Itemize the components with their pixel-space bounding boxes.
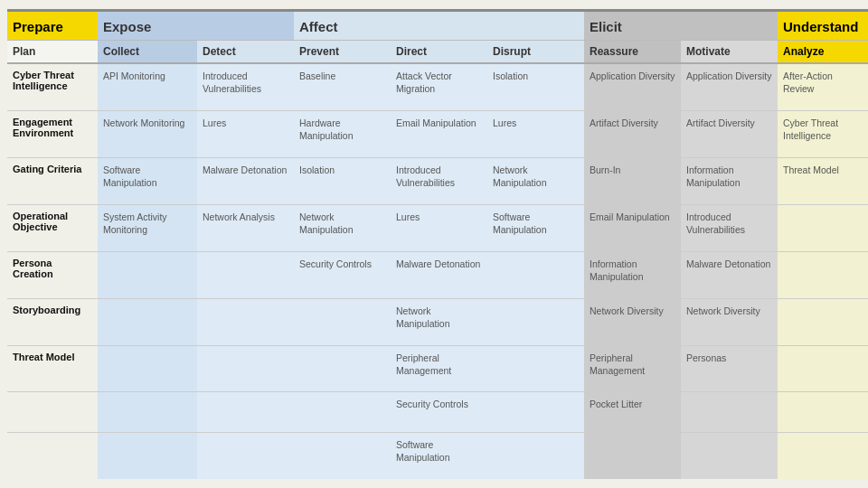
phase-prepare: Prepare	[7, 9, 98, 40]
cell-analyze-8	[778, 432, 868, 479]
cell-analyze-2: Threat Model	[778, 157, 868, 204]
phase-expose: Expose	[98, 9, 294, 40]
cell-disrupt-3: Software Manipulation	[487, 204, 584, 251]
list-item: Network Diversity	[590, 305, 675, 317]
list-item: Artifact Diversity	[686, 117, 772, 129]
cell-prevent-3: Network Manipulation	[294, 204, 391, 251]
cell-direct-8: Software Manipulation	[391, 432, 487, 479]
list-item: Isolation	[493, 70, 579, 82]
cell-reassure-0: Application Diversity	[584, 62, 681, 110]
cell-motivate-8	[681, 432, 778, 479]
list-item: Peripheral Management	[590, 352, 675, 377]
cell-prevent-1: Hardware Manipulation	[294, 110, 391, 157]
list-item: Email Manipulation	[590, 211, 675, 223]
cell-direct-1: Email Manipulation	[391, 110, 487, 157]
cell-disrupt-7	[487, 391, 584, 432]
cell-detect-8	[197, 432, 294, 479]
cell-reassure-4: Information Manipulation	[584, 251, 681, 298]
list-item: Personas	[686, 352, 772, 364]
list-item: Hardware Manipulation	[299, 117, 385, 142]
cell-collect-2: Software Manipulation	[98, 157, 197, 204]
list-item: Software Manipulation	[493, 211, 579, 236]
cell-direct-3: Lures	[391, 204, 487, 251]
subphase-reassure: Reassure	[584, 40, 681, 62]
list-item: Information Manipulation	[590, 258, 675, 283]
cell-detect-5	[197, 298, 294, 345]
cell-motivate-5: Network Diversity	[681, 298, 778, 345]
cell-reassure-5: Network Diversity	[584, 298, 681, 345]
cell-reassure-1: Artifact Diversity	[584, 110, 681, 157]
cell-collect-0: API Monitoring	[98, 62, 197, 110]
list-item: Isolation	[299, 164, 385, 176]
list-item: Artifact Diversity	[590, 117, 675, 129]
subphase-prevent: Prevent	[294, 40, 391, 62]
list-item: Information Manipulation	[686, 164, 772, 189]
list-item: Application Diversity	[590, 70, 675, 82]
cell-direct-5: Network Manipulation	[391, 298, 487, 345]
row-label: Engagement Environment	[7, 110, 98, 157]
cell-motivate-1: Artifact Diversity	[681, 110, 778, 157]
cell-direct-0: Attack Vector Migration	[391, 62, 487, 110]
cell-motivate-2: Information Manipulation	[681, 157, 778, 204]
cell-direct-7: Security Controls	[391, 391, 487, 432]
cell-reassure-6: Peripheral Management	[584, 345, 681, 392]
subphase-motivate: Motivate	[681, 40, 778, 62]
cell-reassure-3: Email Manipulation	[584, 204, 681, 251]
cell-collect-5	[98, 298, 197, 345]
cell-prevent-2: Isolation	[294, 157, 391, 204]
row-label: Storyboarding	[7, 298, 98, 345]
cell-detect-4	[197, 251, 294, 298]
list-item: Pocket Litter	[590, 398, 675, 410]
cell-detect-3: Network Analysis	[197, 204, 294, 251]
list-item: API Monitoring	[103, 70, 192, 82]
row-label: Threat Model	[7, 345, 98, 392]
cell-detect-0: Introduced Vulnerabilities	[197, 62, 294, 110]
cell-analyze-0: After-Action Review	[778, 62, 868, 110]
list-item: Cyber Threat Intelligence	[783, 117, 866, 142]
cell-detect-6	[197, 345, 294, 392]
phase-understand: Understand	[778, 9, 868, 40]
cell-collect-8	[98, 432, 197, 479]
cell-analyze-3	[778, 204, 868, 251]
list-item: Software Manipulation	[103, 164, 192, 189]
cell-analyze-6	[778, 345, 868, 392]
list-item: Network Manipulation	[396, 305, 482, 330]
list-item: Email Manipulation	[396, 117, 482, 129]
list-item: Introduced Vulnerabilities	[396, 164, 482, 189]
cell-collect-7	[98, 391, 197, 432]
list-item: Security Controls	[396, 398, 482, 410]
list-item: System Activity Monitoring	[103, 211, 192, 236]
row-label: Persona Creation	[7, 251, 98, 298]
row-label: Operational Objective	[7, 204, 98, 251]
cell-prevent-6	[294, 345, 391, 392]
list-item: Network Manipulation	[299, 211, 385, 236]
row-label	[7, 432, 98, 479]
list-item: Malware Detonation	[396, 258, 482, 270]
list-item: Security Controls	[299, 258, 385, 270]
cell-motivate-7	[681, 391, 778, 432]
cell-motivate-0: Application Diversity	[681, 62, 778, 110]
cell-analyze-4	[778, 251, 868, 298]
subphase-disrupt: Disrupt	[487, 40, 584, 62]
list-item: Peripheral Management	[396, 352, 482, 377]
row-label: Gating Criteria	[7, 157, 98, 204]
subphase-detect: Detect	[197, 40, 294, 62]
list-item: Network Analysis	[203, 211, 288, 223]
cell-collect-6	[98, 345, 197, 392]
list-item: Network Diversity	[686, 305, 772, 317]
subphase-analyze: Analyze	[778, 40, 868, 62]
cell-analyze-1: Cyber Threat Intelligence	[778, 110, 868, 157]
row-label	[7, 391, 98, 432]
phase-elicit: Elicit	[584, 9, 778, 40]
cell-direct-2: Introduced Vulnerabilities	[391, 157, 487, 204]
list-item: Attack Vector Migration	[396, 70, 482, 95]
list-item: Introduced Vulnerabilities	[203, 70, 288, 95]
list-item: Network Monitoring	[103, 117, 192, 129]
cell-reassure-2: Burn-In	[584, 157, 681, 204]
cell-reassure-7: Pocket Litter	[584, 391, 681, 432]
cell-disrupt-0: Isolation	[487, 62, 584, 110]
cell-collect-1: Network Monitoring	[98, 110, 197, 157]
cell-disrupt-6	[487, 345, 584, 392]
row-label: Cyber Threat Intelligence	[7, 62, 98, 110]
list-item: Burn-In	[590, 164, 675, 176]
